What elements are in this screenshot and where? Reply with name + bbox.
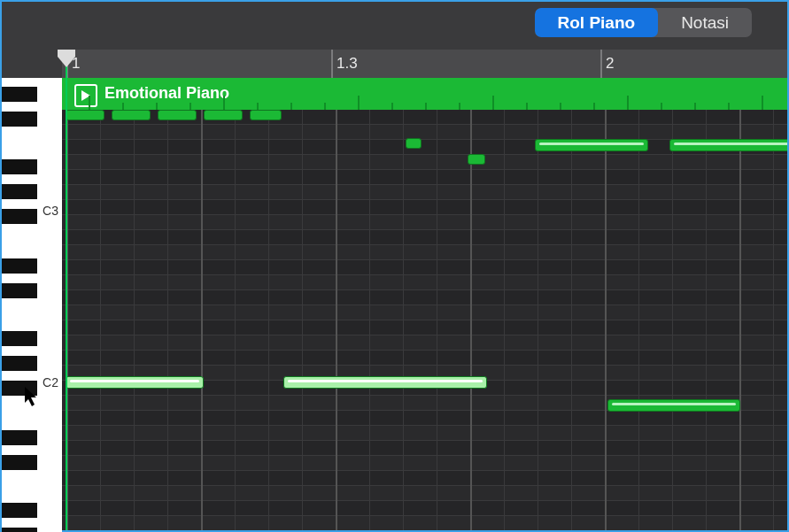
grid-row xyxy=(62,411,787,426)
grid-row xyxy=(62,486,787,501)
region-tick xyxy=(492,96,494,110)
white-key[interactable] xyxy=(2,127,62,152)
grid-line xyxy=(134,110,135,530)
region-header[interactable]: Emotional Piano xyxy=(62,78,787,110)
grid-row xyxy=(62,125,787,140)
region-tick xyxy=(694,103,696,110)
midi-note[interactable] xyxy=(669,139,787,151)
region-tick xyxy=(122,103,124,110)
white-key[interactable] xyxy=(2,225,62,251)
region-tick xyxy=(762,96,763,110)
region-tick xyxy=(627,96,629,110)
region-tick xyxy=(223,96,225,110)
region-tick xyxy=(190,103,191,110)
ruler-mark: 2 xyxy=(600,50,614,78)
grid-row xyxy=(62,441,787,456)
grid-line xyxy=(201,110,203,530)
grid-row xyxy=(62,305,787,320)
grid-row xyxy=(62,230,787,245)
grid-line xyxy=(638,110,639,530)
black-key[interactable] xyxy=(2,87,37,102)
grid-row xyxy=(62,456,787,471)
grid-row xyxy=(62,351,787,366)
play-icon[interactable] xyxy=(74,84,97,107)
black-key[interactable] xyxy=(2,209,37,224)
region-title: Emotional Piano xyxy=(104,84,229,103)
black-key[interactable] xyxy=(2,184,37,199)
region-tick xyxy=(391,103,393,110)
grid-line xyxy=(571,110,572,530)
note-grid[interactable] xyxy=(62,110,787,530)
grid-row xyxy=(62,215,787,230)
grid-row xyxy=(62,185,787,200)
grid-line xyxy=(504,110,505,530)
region-tick xyxy=(661,103,662,110)
grid-line xyxy=(403,110,404,530)
region-tick xyxy=(593,103,595,110)
grid-line xyxy=(369,110,370,530)
midi-note[interactable] xyxy=(204,110,243,120)
grid-line xyxy=(605,110,607,530)
midi-note[interactable] xyxy=(607,399,740,412)
black-key[interactable] xyxy=(2,283,37,298)
region-tick xyxy=(290,103,292,110)
midi-note[interactable] xyxy=(66,110,104,120)
midi-note[interactable] xyxy=(406,138,422,149)
region-tick xyxy=(358,96,360,110)
region-tick xyxy=(89,96,90,110)
grid-row xyxy=(62,275,787,290)
grid-row xyxy=(62,426,787,441)
grid-line xyxy=(167,110,168,530)
grid-line xyxy=(437,110,437,530)
grid-row xyxy=(62,200,787,215)
black-key[interactable] xyxy=(2,528,37,532)
black-key[interactable] xyxy=(2,112,37,127)
tab-notasi[interactable]: Notasi xyxy=(658,8,752,37)
top-bar: Rol Piano Notasi xyxy=(2,2,787,50)
grid-row xyxy=(62,471,787,486)
midi-note[interactable] xyxy=(112,110,151,120)
grid-line xyxy=(538,110,538,530)
midi-note[interactable] xyxy=(66,376,204,389)
grid-line xyxy=(268,110,269,530)
grid-line xyxy=(706,110,707,530)
black-key[interactable] xyxy=(2,356,37,371)
black-key[interactable] xyxy=(2,258,37,274)
black-key[interactable] xyxy=(2,455,37,470)
midi-note[interactable] xyxy=(250,110,282,120)
grid-line xyxy=(470,110,472,530)
time-ruler[interactable]: 1 1.3 2 xyxy=(62,50,787,78)
region-tick xyxy=(425,103,427,110)
black-key[interactable] xyxy=(2,503,37,518)
black-key[interactable] xyxy=(2,381,37,396)
grid-line xyxy=(672,110,673,530)
grid-row xyxy=(62,335,787,351)
region-tick xyxy=(526,103,528,110)
white-key[interactable] xyxy=(2,297,62,323)
midi-note[interactable] xyxy=(158,110,197,120)
black-key[interactable] xyxy=(2,331,37,346)
tab-rol-piano[interactable]: Rol Piano xyxy=(535,8,659,37)
grid-row xyxy=(62,260,787,275)
playhead[interactable] xyxy=(66,50,67,530)
playhead-handle-icon[interactable] xyxy=(58,50,75,67)
grid-line xyxy=(773,110,774,530)
black-key[interactable] xyxy=(2,159,37,174)
white-key[interactable] xyxy=(2,469,62,495)
grid-row xyxy=(62,155,787,170)
white-key[interactable] xyxy=(2,396,62,421)
grid-row xyxy=(62,501,787,516)
midi-note[interactable] xyxy=(535,139,648,151)
view-switcher: Rol Piano Notasi xyxy=(535,8,752,37)
grid-line xyxy=(235,110,236,530)
grid-row xyxy=(62,516,787,530)
grid-line xyxy=(739,110,741,530)
region-tick xyxy=(324,103,326,110)
midi-note[interactable] xyxy=(283,376,487,389)
black-key[interactable] xyxy=(2,430,37,445)
grid-row xyxy=(62,290,787,305)
grid-line xyxy=(302,110,303,530)
midi-note[interactable] xyxy=(468,154,485,165)
piano-keyboard[interactable]: C3C2 xyxy=(2,78,62,530)
grid-row xyxy=(62,170,787,185)
